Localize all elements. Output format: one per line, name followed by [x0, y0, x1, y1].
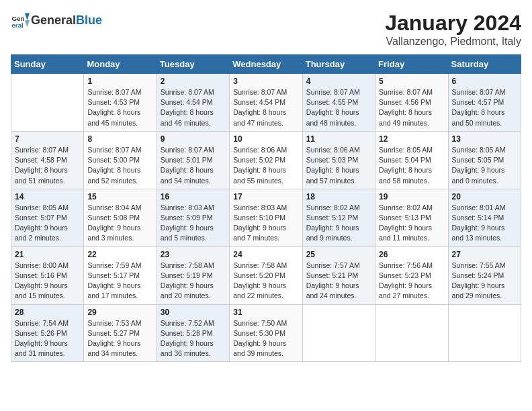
- day-info: Sunrise: 7:55 AM Sunset: 5:24 PM Dayligh…: [452, 261, 517, 302]
- calendar-cell: 6Sunrise: 8:07 AM Sunset: 4:57 PM Daylig…: [448, 74, 521, 132]
- day-number: 23: [161, 250, 226, 259]
- day-info: Sunrise: 8:02 AM Sunset: 5:13 PM Dayligh…: [379, 203, 444, 244]
- day-number: 29: [87, 308, 152, 317]
- day-number: 27: [452, 250, 517, 259]
- day-info: Sunrise: 8:07 AM Sunset: 4:56 PM Dayligh…: [379, 87, 444, 128]
- day-number: 10: [233, 134, 298, 144]
- day-number: 24: [233, 250, 298, 259]
- calendar-cell: 27Sunrise: 7:55 AM Sunset: 5:24 PM Dayli…: [448, 246, 521, 304]
- day-info: Sunrise: 7:58 AM Sunset: 5:20 PM Dayligh…: [233, 261, 298, 302]
- calendar-table: SundayMondayTuesdayWednesdayThursdayFrid…: [11, 54, 521, 362]
- calendar-cell: 7Sunrise: 8:07 AM Sunset: 4:58 PM Daylig…: [11, 131, 84, 189]
- day-number: 18: [306, 192, 371, 201]
- day-info: Sunrise: 8:04 AM Sunset: 5:08 PM Dayligh…: [87, 203, 152, 244]
- day-number: 13: [452, 134, 517, 144]
- day-info: Sunrise: 8:07 AM Sunset: 5:00 PM Dayligh…: [87, 145, 152, 186]
- weekday-header-tuesday: Tuesday: [157, 55, 229, 74]
- day-info: Sunrise: 8:00 AM Sunset: 5:16 PM Dayligh…: [15, 261, 80, 302]
- calendar-cell: 28Sunrise: 7:54 AM Sunset: 5:26 PM Dayli…: [11, 304, 84, 362]
- day-info: Sunrise: 8:07 AM Sunset: 4:55 PM Dayligh…: [306, 87, 371, 128]
- logo-blue-text: Blue: [76, 13, 102, 27]
- day-info: Sunrise: 8:07 AM Sunset: 4:58 PM Dayligh…: [15, 145, 80, 186]
- day-info: Sunrise: 8:03 AM Sunset: 5:09 PM Dayligh…: [161, 203, 226, 244]
- day-info: Sunrise: 7:57 AM Sunset: 5:21 PM Dayligh…: [306, 261, 371, 302]
- logo-general-text: General: [31, 13, 76, 27]
- calendar-cell: [11, 74, 84, 132]
- day-number: 2: [161, 77, 226, 86]
- day-number: 22: [87, 250, 152, 259]
- day-info: Sunrise: 8:03 AM Sunset: 5:10 PM Dayligh…: [233, 203, 298, 244]
- day-number: 15: [87, 192, 152, 201]
- day-info: Sunrise: 8:07 AM Sunset: 4:57 PM Dayligh…: [452, 87, 517, 128]
- day-number: 8: [87, 134, 152, 144]
- calendar-cell: 26Sunrise: 7:56 AM Sunset: 5:23 PM Dayli…: [375, 246, 448, 304]
- calendar-cell: 8Sunrise: 8:07 AM Sunset: 5:00 PM Daylig…: [84, 131, 157, 189]
- day-info: Sunrise: 7:59 AM Sunset: 5:17 PM Dayligh…: [87, 261, 152, 302]
- calendar-cell: [302, 304, 375, 362]
- calendar-cell: 17Sunrise: 8:03 AM Sunset: 5:10 PM Dayli…: [230, 189, 302, 246]
- calendar-week-row: 7Sunrise: 8:07 AM Sunset: 4:58 PM Daylig…: [11, 131, 521, 189]
- day-info: Sunrise: 8:06 AM Sunset: 5:02 PM Dayligh…: [233, 145, 298, 186]
- weekday-header-thursday: Thursday: [302, 55, 375, 74]
- calendar-cell: 12Sunrise: 8:05 AM Sunset: 5:04 PM Dayli…: [375, 131, 448, 189]
- day-number: 26: [379, 250, 444, 259]
- day-info: Sunrise: 8:05 AM Sunset: 5:04 PM Dayligh…: [379, 145, 444, 186]
- day-number: 9: [161, 134, 226, 144]
- calendar-cell: 1Sunrise: 8:07 AM Sunset: 4:53 PM Daylig…: [84, 74, 157, 132]
- day-number: 11: [306, 134, 371, 144]
- day-number: 12: [379, 134, 444, 144]
- weekday-header-saturday: Saturday: [448, 55, 521, 74]
- svg-marker-3: [25, 20, 30, 28]
- calendar-cell: 13Sunrise: 8:05 AM Sunset: 5:05 PM Dayli…: [448, 131, 521, 189]
- calendar-title: January 2024: [385, 11, 521, 36]
- calendar-cell: 31Sunrise: 7:50 AM Sunset: 5:30 PM Dayli…: [230, 304, 302, 362]
- day-number: 20: [452, 192, 517, 201]
- day-info: Sunrise: 8:05 AM Sunset: 5:07 PM Dayligh…: [15, 203, 80, 244]
- calendar-cell: 29Sunrise: 7:53 AM Sunset: 5:27 PM Dayli…: [84, 304, 157, 362]
- day-number: 30: [161, 308, 226, 317]
- calendar-week-row: 14Sunrise: 8:05 AM Sunset: 5:07 PM Dayli…: [11, 189, 521, 246]
- calendar-cell: 22Sunrise: 7:59 AM Sunset: 5:17 PM Dayli…: [84, 246, 157, 304]
- calendar-cell: [375, 304, 448, 362]
- day-number: 3: [233, 77, 298, 86]
- calendar-cell: 25Sunrise: 7:57 AM Sunset: 5:21 PM Dayli…: [302, 246, 375, 304]
- calendar-cell: 10Sunrise: 8:06 AM Sunset: 5:02 PM Dayli…: [230, 131, 302, 189]
- calendar-cell: 30Sunrise: 7:52 AM Sunset: 5:28 PM Dayli…: [157, 304, 229, 362]
- day-info: Sunrise: 7:53 AM Sunset: 5:27 PM Dayligh…: [87, 318, 152, 359]
- day-info: Sunrise: 8:05 AM Sunset: 5:05 PM Dayligh…: [452, 145, 517, 186]
- day-number: 7: [15, 134, 80, 144]
- calendar-cell: 15Sunrise: 8:04 AM Sunset: 5:08 PM Dayli…: [84, 189, 157, 246]
- calendar-cell: 20Sunrise: 8:01 AM Sunset: 5:14 PM Dayli…: [448, 189, 521, 246]
- svg-marker-2: [25, 13, 30, 21]
- logo-icon: Gen eral: [11, 11, 30, 30]
- day-number: 4: [306, 77, 371, 86]
- calendar-week-row: 1Sunrise: 8:07 AM Sunset: 4:53 PM Daylig…: [11, 74, 521, 132]
- day-number: 28: [15, 308, 80, 317]
- calendar-subtitle: Vallanzengo, Piedmont, Italy: [385, 36, 521, 48]
- calendar-cell: 9Sunrise: 8:07 AM Sunset: 5:01 PM Daylig…: [157, 131, 229, 189]
- calendar-cell: 19Sunrise: 8:02 AM Sunset: 5:13 PM Dayli…: [375, 189, 448, 246]
- weekday-header-sunday: Sunday: [11, 55, 84, 74]
- day-info: Sunrise: 8:06 AM Sunset: 5:03 PM Dayligh…: [306, 145, 371, 186]
- day-info: Sunrise: 7:58 AM Sunset: 5:19 PM Dayligh…: [161, 261, 226, 302]
- day-number: 21: [15, 250, 80, 259]
- day-info: Sunrise: 8:02 AM Sunset: 5:12 PM Dayligh…: [306, 203, 371, 244]
- day-number: 25: [306, 250, 371, 259]
- weekday-header-wednesday: Wednesday: [230, 55, 302, 74]
- weekday-header-friday: Friday: [375, 55, 448, 74]
- day-number: 6: [452, 77, 517, 86]
- day-info: Sunrise: 8:07 AM Sunset: 4:53 PM Dayligh…: [87, 87, 152, 128]
- day-number: 31: [233, 308, 298, 317]
- calendar-week-row: 28Sunrise: 7:54 AM Sunset: 5:26 PM Dayli…: [11, 304, 521, 362]
- svg-text:eral: eral: [11, 21, 24, 29]
- calendar-cell: 23Sunrise: 7:58 AM Sunset: 5:19 PM Dayli…: [157, 246, 229, 304]
- day-info: Sunrise: 7:54 AM Sunset: 5:26 PM Dayligh…: [15, 318, 80, 359]
- day-info: Sunrise: 8:07 AM Sunset: 4:54 PM Dayligh…: [161, 87, 226, 128]
- calendar-cell: 21Sunrise: 8:00 AM Sunset: 5:16 PM Dayli…: [11, 246, 84, 304]
- calendar-cell: 3Sunrise: 8:07 AM Sunset: 4:54 PM Daylig…: [230, 74, 302, 132]
- calendar-week-row: 21Sunrise: 8:00 AM Sunset: 5:16 PM Dayli…: [11, 246, 521, 304]
- calendar-cell: 18Sunrise: 8:02 AM Sunset: 5:12 PM Dayli…: [302, 189, 375, 246]
- calendar-cell: 16Sunrise: 8:03 AM Sunset: 5:09 PM Dayli…: [157, 189, 229, 246]
- day-info: Sunrise: 8:01 AM Sunset: 5:14 PM Dayligh…: [452, 203, 517, 244]
- day-number: 19: [379, 192, 444, 201]
